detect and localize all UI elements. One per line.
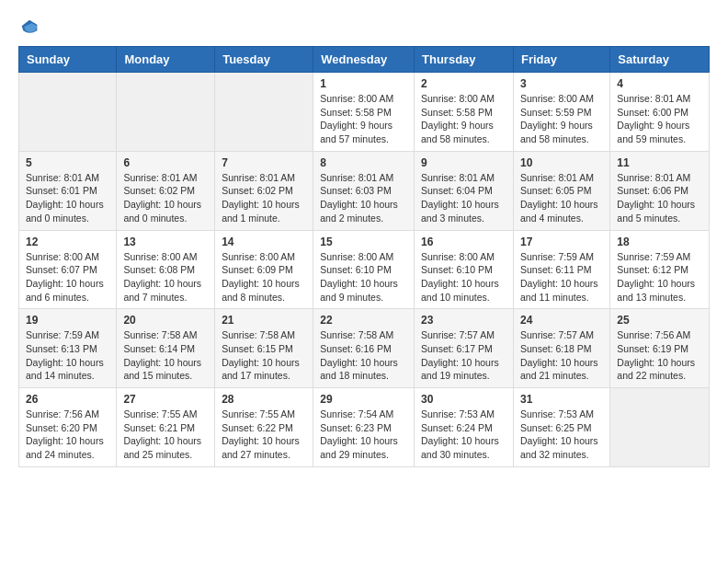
calendar-cell: 20Sunrise: 7:58 AM Sunset: 6:14 PM Dayli… <box>117 309 215 388</box>
calendar-cell: 29Sunrise: 7:54 AM Sunset: 6:23 PM Dayli… <box>313 388 415 467</box>
day-info: Sunrise: 8:01 AM Sunset: 6:01 PM Dayligh… <box>26 171 109 225</box>
day-number: 29 <box>320 393 407 406</box>
day-number: 13 <box>123 236 208 248</box>
day-number: 3 <box>520 77 603 90</box>
calendar-cell: 15Sunrise: 8:00 AM Sunset: 6:10 PM Dayli… <box>313 230 415 309</box>
day-info: Sunrise: 7:58 AM Sunset: 6:15 PM Dayligh… <box>222 328 306 383</box>
calendar-cell: 3Sunrise: 8:00 AM Sunset: 5:59 PM Daylig… <box>513 73 609 152</box>
day-number: 5 <box>26 156 109 169</box>
weekday-header-friday: Friday <box>513 47 609 73</box>
day-info: Sunrise: 7:59 AM Sunset: 6:11 PM Dayligh… <box>520 250 603 304</box>
day-info: Sunrise: 8:01 AM Sunset: 6:05 PM Dayligh… <box>520 171 603 225</box>
day-info: Sunrise: 8:00 AM Sunset: 6:08 PM Dayligh… <box>123 250 208 304</box>
day-number: 14 <box>222 236 306 248</box>
day-number: 24 <box>520 314 603 327</box>
day-info: Sunrise: 8:00 AM Sunset: 6:09 PM Dayligh… <box>222 250 306 304</box>
day-info: Sunrise: 8:01 AM Sunset: 6:03 PM Dayligh… <box>320 171 407 225</box>
day-info: Sunrise: 7:57 AM Sunset: 6:18 PM Dayligh… <box>520 328 603 383</box>
calendar-cell: 30Sunrise: 7:53 AM Sunset: 6:24 PM Dayli… <box>415 388 514 467</box>
calendar-cell <box>117 73 215 152</box>
calendar-cell: 4Sunrise: 8:01 AM Sunset: 6:00 PM Daylig… <box>610 73 710 152</box>
day-info: Sunrise: 7:55 AM Sunset: 6:22 PM Dayligh… <box>222 408 306 462</box>
logo-icon <box>20 18 39 37</box>
day-info: Sunrise: 7:58 AM Sunset: 6:16 PM Dayligh… <box>320 328 407 383</box>
weekday-header-thursday: Thursday <box>415 47 514 73</box>
calendar-week-row: 26Sunrise: 7:56 AM Sunset: 6:20 PM Dayli… <box>19 388 710 467</box>
day-number: 1 <box>320 77 407 90</box>
day-number: 30 <box>421 393 506 406</box>
day-info: Sunrise: 8:00 AM Sunset: 5:58 PM Dayligh… <box>320 92 407 146</box>
calendar-cell: 8Sunrise: 8:01 AM Sunset: 6:03 PM Daylig… <box>313 151 415 230</box>
calendar-cell: 23Sunrise: 7:57 AM Sunset: 6:17 PM Dayli… <box>415 309 514 388</box>
calendar-cell: 21Sunrise: 7:58 AM Sunset: 6:15 PM Dayli… <box>215 309 313 388</box>
calendar-cell: 25Sunrise: 7:56 AM Sunset: 6:19 PM Dayli… <box>610 309 710 388</box>
day-info: Sunrise: 8:00 AM Sunset: 5:58 PM Dayligh… <box>421 92 506 146</box>
calendar-cell: 22Sunrise: 7:58 AM Sunset: 6:16 PM Dayli… <box>313 309 415 388</box>
calendar-cell: 1Sunrise: 8:00 AM Sunset: 5:58 PM Daylig… <box>313 73 415 152</box>
day-number: 9 <box>421 156 506 169</box>
weekday-header-row: SundayMondayTuesdayWednesdayThursdayFrid… <box>19 47 710 73</box>
calendar-cell: 12Sunrise: 8:00 AM Sunset: 6:07 PM Dayli… <box>19 230 117 309</box>
day-number: 18 <box>617 236 702 248</box>
day-info: Sunrise: 7:54 AM Sunset: 6:23 PM Dayligh… <box>320 408 407 462</box>
day-info: Sunrise: 8:01 AM Sunset: 6:02 PM Dayligh… <box>222 171 306 225</box>
calendar-cell: 26Sunrise: 7:56 AM Sunset: 6:20 PM Dayli… <box>19 388 117 467</box>
day-info: Sunrise: 8:01 AM Sunset: 6:04 PM Dayligh… <box>421 171 506 225</box>
day-info: Sunrise: 8:00 AM Sunset: 6:07 PM Dayligh… <box>26 250 109 304</box>
day-number: 15 <box>320 236 407 248</box>
day-info: Sunrise: 8:00 AM Sunset: 6:10 PM Dayligh… <box>421 250 506 304</box>
day-number: 7 <box>222 156 306 169</box>
calendar-cell <box>215 73 313 152</box>
calendar-week-row: 12Sunrise: 8:00 AM Sunset: 6:07 PM Dayli… <box>19 230 710 309</box>
day-info: Sunrise: 8:01 AM Sunset: 6:02 PM Dayligh… <box>123 171 208 225</box>
calendar-cell: 11Sunrise: 8:01 AM Sunset: 6:06 PM Dayli… <box>610 151 710 230</box>
calendar-cell <box>610 388 710 467</box>
calendar-cell: 13Sunrise: 8:00 AM Sunset: 6:08 PM Dayli… <box>117 230 215 309</box>
calendar-cell: 10Sunrise: 8:01 AM Sunset: 6:05 PM Dayli… <box>513 151 609 230</box>
day-number: 8 <box>320 156 407 169</box>
calendar-cell: 27Sunrise: 7:55 AM Sunset: 6:21 PM Dayli… <box>117 388 215 467</box>
day-number: 16 <box>421 236 506 248</box>
day-info: Sunrise: 8:01 AM Sunset: 6:06 PM Dayligh… <box>617 171 702 225</box>
calendar-cell: 2Sunrise: 8:00 AM Sunset: 5:58 PM Daylig… <box>415 73 514 152</box>
calendar-cell <box>19 73 117 152</box>
calendar-cell: 24Sunrise: 7:57 AM Sunset: 6:18 PM Dayli… <box>513 309 609 388</box>
weekday-header-saturday: Saturday <box>610 47 710 73</box>
logo <box>18 18 39 37</box>
calendar-cell: 6Sunrise: 8:01 AM Sunset: 6:02 PM Daylig… <box>117 151 215 230</box>
weekday-header-sunday: Sunday <box>19 47 117 73</box>
weekday-header-monday: Monday <box>117 47 215 73</box>
calendar-cell: 5Sunrise: 8:01 AM Sunset: 6:01 PM Daylig… <box>19 151 117 230</box>
day-number: 22 <box>320 314 407 327</box>
calendar-cell: 17Sunrise: 7:59 AM Sunset: 6:11 PM Dayli… <box>513 230 609 309</box>
day-info: Sunrise: 7:58 AM Sunset: 6:14 PM Dayligh… <box>123 328 208 383</box>
day-info: Sunrise: 7:56 AM Sunset: 6:20 PM Dayligh… <box>26 408 109 462</box>
day-number: 2 <box>421 77 506 90</box>
day-info: Sunrise: 8:00 AM Sunset: 5:59 PM Dayligh… <box>520 92 603 146</box>
calendar-cell: 18Sunrise: 7:59 AM Sunset: 6:12 PM Dayli… <box>610 230 710 309</box>
day-number: 23 <box>421 314 506 327</box>
day-info: Sunrise: 7:53 AM Sunset: 6:24 PM Dayligh… <box>421 408 506 462</box>
day-number: 26 <box>26 393 109 406</box>
calendar-cell: 7Sunrise: 8:01 AM Sunset: 6:02 PM Daylig… <box>215 151 313 230</box>
day-number: 17 <box>520 236 603 248</box>
calendar-week-row: 5Sunrise: 8:01 AM Sunset: 6:01 PM Daylig… <box>19 151 710 230</box>
day-number: 28 <box>222 393 306 406</box>
day-info: Sunrise: 7:56 AM Sunset: 6:19 PM Dayligh… <box>617 328 702 383</box>
day-info: Sunrise: 8:00 AM Sunset: 6:10 PM Dayligh… <box>320 250 407 304</box>
header <box>18 18 710 37</box>
day-number: 31 <box>520 393 603 406</box>
day-number: 20 <box>123 314 208 327</box>
calendar-cell: 19Sunrise: 7:59 AM Sunset: 6:13 PM Dayli… <box>19 309 117 388</box>
day-number: 4 <box>617 77 702 90</box>
day-number: 21 <box>222 314 306 327</box>
calendar-cell: 31Sunrise: 7:53 AM Sunset: 6:25 PM Dayli… <box>513 388 609 467</box>
calendar-cell: 14Sunrise: 8:00 AM Sunset: 6:09 PM Dayli… <box>215 230 313 309</box>
day-number: 27 <box>123 393 208 406</box>
calendar-cell: 16Sunrise: 8:00 AM Sunset: 6:10 PM Dayli… <box>415 230 514 309</box>
day-number: 10 <box>520 156 603 169</box>
day-number: 19 <box>26 314 109 327</box>
day-info: Sunrise: 7:55 AM Sunset: 6:21 PM Dayligh… <box>123 408 208 462</box>
calendar-table: SundayMondayTuesdayWednesdayThursdayFrid… <box>18 46 710 467</box>
weekday-header-wednesday: Wednesday <box>313 47 415 73</box>
